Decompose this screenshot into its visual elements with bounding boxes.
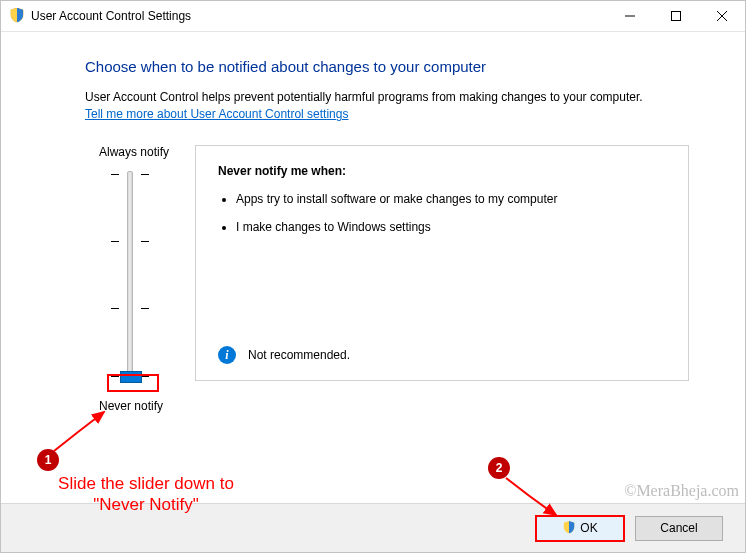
- shield-icon: [562, 521, 576, 535]
- annotation-arrow-1: [49, 406, 119, 456]
- uac-settings-window: User Account Control Settings Choose whe…: [0, 0, 746, 553]
- svg-rect-2: [672, 12, 681, 21]
- help-link[interactable]: Tell me more about User Account Control …: [85, 107, 348, 121]
- cancel-button[interactable]: Cancel: [635, 516, 723, 541]
- cancel-button-label: Cancel: [660, 521, 697, 535]
- ok-button-label: OK: [580, 521, 597, 535]
- page-heading: Choose when to be notified about changes…: [85, 58, 689, 75]
- help-text: User Account Control helps prevent poten…: [85, 89, 689, 105]
- slider-label-top: Always notify: [99, 145, 195, 159]
- content-area: Choose when to be notified about changes…: [1, 32, 745, 413]
- maximize-button[interactable]: [653, 1, 699, 31]
- window-title: User Account Control Settings: [31, 9, 191, 23]
- close-button[interactable]: [699, 1, 745, 31]
- info-bullet: Apps try to install software or make cha…: [236, 190, 666, 208]
- notification-slider-group: Always notify Never notify: [85, 145, 195, 413]
- slider-label-bottom: Never notify: [99, 399, 195, 413]
- notification-slider[interactable]: [99, 171, 159, 381]
- info-bullet-list: Apps try to install software or make cha…: [218, 190, 666, 236]
- notification-info-panel: Never notify me when: Apps try to instal…: [195, 145, 689, 381]
- ok-button[interactable]: OK: [535, 515, 625, 542]
- minimize-button[interactable]: [607, 1, 653, 31]
- titlebar: User Account Control Settings: [1, 1, 745, 32]
- info-bullet: I make changes to Windows settings: [236, 218, 666, 236]
- shield-icon: [9, 8, 25, 24]
- info-title: Never notify me when:: [218, 164, 666, 178]
- annotation-step-2-badge: 2: [488, 457, 510, 479]
- dialog-button-bar: OK Cancel: [1, 503, 745, 552]
- slider-track: [127, 171, 133, 383]
- annotation-step-1-badge: 1: [37, 449, 59, 471]
- info-icon: i: [218, 346, 236, 364]
- slider-thumb[interactable]: [120, 371, 142, 383]
- info-footer-text: Not recommended.: [248, 348, 350, 362]
- watermark: ©MeraBheja.com: [624, 482, 739, 500]
